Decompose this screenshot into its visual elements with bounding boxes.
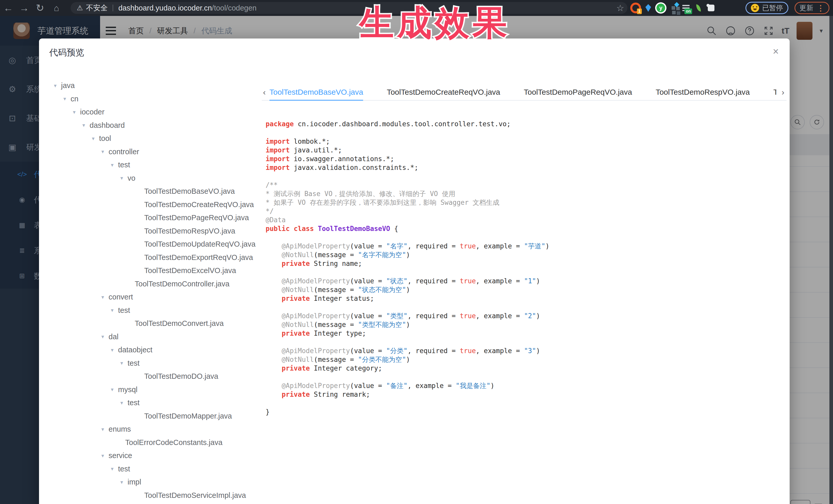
code-token: (message = [314, 321, 358, 329]
code-token: cn.iocoder.dashboard.modules.tool.contro… [294, 120, 511, 128]
file-tabs-bar: ToolTestDemoBaseVO.javaToolTestDemoCreat… [262, 83, 787, 101]
tree-folder[interactable]: ▾test [54, 304, 264, 317]
code-token: , example = [476, 312, 524, 320]
tree-folder[interactable]: ▾impl [54, 476, 264, 489]
code-token: ) [406, 251, 410, 259]
code-token: @ApiModelProperty [266, 382, 350, 389]
list-extension-icon[interactable]: on [680, 2, 692, 14]
tabs-scroll-right-icon[interactable] [779, 83, 787, 101]
tree-folder[interactable]: ▾test [54, 462, 264, 476]
browser-forward-icon[interactable] [17, 0, 31, 16]
grid-extension-icon[interactable] [668, 2, 679, 14]
tree-folder[interactable]: ▾java [54, 79, 264, 92]
tree-folder[interactable]: ▾service [54, 449, 264, 462]
tree-file[interactable]: ToolTestDemoExcelVO.java [54, 264, 264, 278]
tree-folder[interactable]: ▾enums [54, 423, 264, 436]
code-line: private Integer status; [266, 294, 787, 303]
tree-folder[interactable]: ▾tool [54, 132, 264, 145]
caret-down-icon: ▾ [111, 386, 118, 393]
tree-folder[interactable]: ▾controller [54, 145, 264, 159]
tree-file[interactable]: ToolTestDemoController.java [54, 278, 264, 291]
blue-pin-extension-icon[interactable] [643, 2, 654, 14]
paused-badge[interactable]: 已暂停 [745, 2, 788, 14]
browser-menu-icon[interactable] [817, 4, 825, 13]
browser-back-icon[interactable] [1, 0, 16, 16]
extensions-row: 1yon [630, 0, 717, 16]
tree-file[interactable]: ToolTestDemoCreateReqVO.java [54, 198, 264, 212]
tree-file[interactable]: ToolTestDemoRespVO.java [54, 224, 264, 238]
tree-label: ToolTestDemoConvert.java [135, 319, 224, 328]
tree-file[interactable]: ToolTestDemoUpdateReqVO.java [54, 238, 264, 251]
code-token: @NotNull [266, 286, 314, 293]
tree-file[interactable]: ToolTestDemoServiceImpl.java [54, 489, 264, 502]
code-line: } [266, 408, 787, 416]
bookmark-star-icon[interactable] [615, 0, 626, 16]
tree-file[interactable]: ToolTestDemoConvert.java [54, 317, 264, 330]
tabs-scroll-left-icon[interactable] [261, 83, 268, 101]
code-token: /** [266, 181, 278, 189]
tree-label: tool [99, 134, 111, 143]
code-line: @NotNull(message = "分类不能为空") [266, 355, 787, 364]
tree-label: ToolTestDemoBaseVO.java [144, 187, 235, 195]
tab-ToolTestDemoPageReqVO.java[interactable]: ToolTestDemoPageReqVO.java [524, 83, 632, 101]
tree-folder[interactable]: ▾test [54, 396, 264, 410]
tree-label: ToolTestDemoServiceImpl.java [144, 491, 246, 500]
caret-down-icon: ▾ [111, 162, 118, 168]
puzzle-extension-icon[interactable] [706, 2, 717, 14]
tree-folder[interactable]: ▾vo [54, 172, 264, 185]
tree-folder[interactable]: ▾dataobject [54, 343, 264, 357]
code-token: , example = [476, 277, 524, 285]
tree-file[interactable]: ToolErrorCodeConstants.java [54, 436, 264, 449]
code-viewer[interactable]: package cn.iocoder.dashboard.modules.too… [266, 120, 787, 504]
code-token: javax.validation.constraints.*; [290, 164, 418, 171]
code-token: true [460, 277, 476, 285]
tab-ToolTe[interactable]: ToolTe [774, 83, 776, 101]
code-token: private [266, 364, 310, 372]
close-icon[interactable] [770, 45, 782, 57]
tree-folder[interactable]: ▾dal [54, 330, 264, 344]
browser-home-icon[interactable] [49, 0, 64, 16]
tree-label: ToolTestDemoExcelVO.java [144, 266, 236, 275]
code-token: "我是备注" [456, 382, 491, 389]
tree-folder[interactable]: ▾test [54, 357, 264, 370]
code-token: } [266, 408, 270, 416]
tab-ToolTestDemoBaseVO.java[interactable]: ToolTestDemoBaseVO.java [269, 83, 363, 101]
update-button[interactable]: 更新 [794, 2, 829, 14]
tree-folder[interactable]: ▾test [54, 158, 264, 172]
tab-ToolTestDemoRespVO.java[interactable]: ToolTestDemoRespVO.java [656, 83, 750, 101]
code-line: private String remark; [266, 390, 787, 399]
code-line [266, 373, 787, 381]
ubuntu-extension-icon[interactable]: 1 [630, 2, 641, 14]
tree-folder[interactable]: ▾mysql [54, 383, 264, 397]
tree-folder[interactable]: ▾dashboard [54, 119, 264, 132]
tree-label: dataobject [118, 346, 152, 354]
tree-file[interactable]: ToolTestDemoExportReqVO.java [54, 251, 264, 264]
leaf-extension-icon[interactable] [693, 2, 704, 14]
tree-file[interactable]: ToolTestDemoBaseVO.java [54, 185, 264, 198]
tree-label: ToolTestDemoRespVO.java [144, 227, 235, 235]
code-line: @ApiModelProperty(value = "备注", example … [266, 381, 787, 390]
page-scrollbar[interactable] [829, 16, 833, 504]
green-circle-extension-icon-glyph: y [657, 4, 665, 12]
tree-file[interactable]: ToolTestDemoDO.java [54, 370, 264, 383]
green-circle-extension-icon[interactable]: y [655, 2, 666, 14]
browser-reload-icon[interactable] [33, 0, 47, 16]
tree-folder[interactable]: ▾convert [54, 290, 264, 304]
app-viewport: 芋道管理系统 首页 / 研发工具 / 代码生成 [0, 16, 833, 504]
tab-ToolTestDemoCreateReqVO.java[interactable]: ToolTestDemoCreateReqVO.java [387, 83, 500, 101]
code-token: "类型不能为空" [358, 321, 406, 329]
tree-file[interactable]: ToolTestDemoPageReqVO.java [54, 211, 264, 224]
tree-file[interactable]: ToolTestDemoMapper.java [54, 410, 264, 423]
modal-title: 代码预览 [49, 47, 84, 58]
code-token: private [266, 295, 310, 302]
code-token: (value = [350, 242, 386, 250]
url-path: /tool/codegen [212, 4, 257, 12]
code-token: String name; [310, 260, 362, 267]
address-bar[interactable]: ⚠ 不安全 dashboard.yudao.iocoder.cn /tool/c… [71, 2, 627, 14]
code-token: ) [536, 312, 540, 320]
code-line: import java.util.*; [266, 146, 787, 154]
tree-folder[interactable]: ▾cn [54, 92, 264, 106]
tree-folder[interactable]: ▾iocoder [54, 105, 264, 119]
code-token: @ApiModelProperty [266, 242, 350, 250]
extension-badge: 1 [637, 8, 642, 14]
